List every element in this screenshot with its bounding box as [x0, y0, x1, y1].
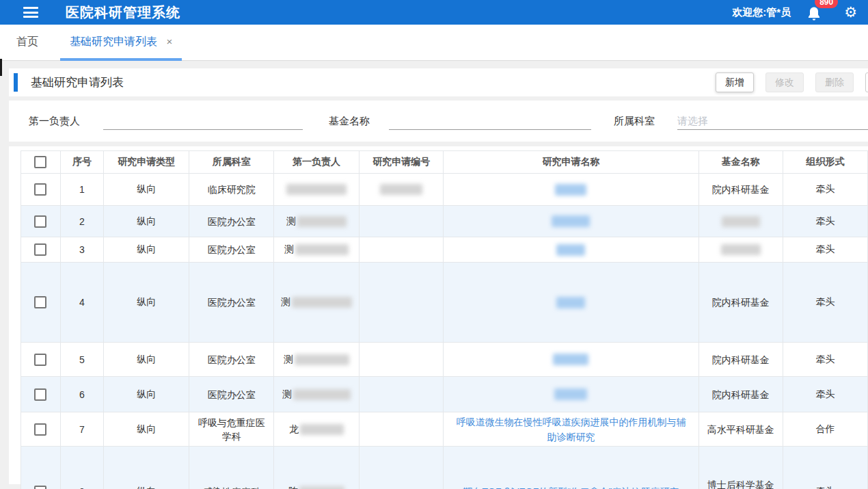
- application-name-link[interactable]: 靶向TGF-β/VEGF的新型“伤口愈合”疗法抗肝癌研究: [453, 484, 688, 489]
- application-code-cell: [359, 377, 443, 412]
- checkbox-cell: [21, 174, 61, 206]
- page-title: 基础研究申请列表: [31, 75, 124, 90]
- application-name-cell: [444, 343, 699, 377]
- person-prefix: 测: [284, 243, 294, 256]
- org-form-cell: 牵头: [783, 377, 867, 412]
- redacted-text: [297, 216, 347, 227]
- application-type-cell: 纵向: [104, 447, 189, 489]
- redacted-name: [444, 244, 698, 256]
- title-accent-bar: [14, 73, 18, 92]
- filter-label-first-person: 第一负责人: [29, 115, 80, 128]
- row-index-cell: 7: [60, 412, 104, 447]
- first-person-cell: 陈: [274, 447, 360, 489]
- close-icon[interactable]: ×: [166, 36, 172, 47]
- col-index: 序号: [60, 151, 104, 174]
- fund-name-cell: [699, 237, 783, 263]
- main-content: 基础研究申请列表 新增 修改 删除 第一负责人 基金名称 所属科室: [0, 68, 868, 484]
- welcome-text: 欢迎您:管*员: [732, 6, 791, 19]
- first-person-cell: 测: [274, 263, 360, 343]
- first-person-cell: 测: [274, 377, 360, 412]
- fund-name-cell: 高水平科研基金: [699, 412, 783, 447]
- row-checkbox[interactable]: [34, 243, 46, 256]
- table-header-row: 序号 研究申请类型 所属科室 第一负责人 研究申请编号 研究申请名称 基金名称 …: [21, 151, 868, 174]
- redacted-name: [444, 297, 698, 308]
- person-prefix: 测: [281, 296, 290, 308]
- redacted-text: [292, 297, 352, 308]
- fund-name-cell: 院内科研基金: [699, 377, 783, 412]
- application-name-link[interactable]: 呼吸道微生物在慢性呼吸道疾病进展中的作用机制与辅助诊断研究: [444, 414, 698, 445]
- app-title: 医院科研管理系统: [66, 3, 180, 22]
- tab-home[interactable]: 首页: [10, 35, 45, 60]
- notifications-button[interactable]: 890: [806, 3, 826, 23]
- application-name-cell: [444, 174, 699, 206]
- person-prefix: 龙: [289, 423, 299, 436]
- first-person-cell: 测: [274, 343, 360, 377]
- redacted-text: [299, 486, 344, 489]
- redacted-text: [556, 244, 585, 256]
- select-all-checkbox[interactable]: [34, 156, 46, 168]
- department-cell: 临床研究院: [189, 174, 274, 206]
- person-prefix: 测: [282, 388, 292, 401]
- tab-label: 基础研究申请列表: [70, 36, 157, 47]
- select-all-cell: [21, 151, 61, 174]
- org-form-cell: 牵头: [783, 263, 867, 343]
- table-row: 3纵向医院办公室测牵头: [21, 237, 868, 263]
- filter-bar: 第一负责人 基金名称 所属科室: [9, 101, 868, 142]
- row-checkbox[interactable]: [34, 215, 46, 228]
- row-checkbox[interactable]: [34, 423, 46, 436]
- department-select[interactable]: [677, 112, 868, 130]
- tab-basic-research-list[interactable]: 基础研究申请列表 ×: [60, 35, 182, 60]
- redacted-text: [722, 216, 760, 227]
- row-checkbox[interactable]: [34, 388, 46, 401]
- col-application-code: 研究申请编号: [359, 151, 443, 174]
- fund-name: 博士后科学基金: [699, 478, 783, 489]
- top-header-bar: 医院科研管理系统 欢迎您:管*员 890 ⚙: [0, 0, 868, 25]
- row-index-cell: 2: [60, 206, 104, 237]
- redacted-name: [444, 354, 698, 365]
- department-cell: 医院办公室: [189, 263, 274, 343]
- fund-name-input[interactable]: [389, 112, 591, 130]
- table-row: 4纵向医院办公室测院内科研基金牵头: [21, 263, 868, 343]
- menu-icon[interactable]: [23, 7, 38, 18]
- application-code-cell: [359, 447, 443, 489]
- checkbox-cell: [21, 412, 61, 447]
- checkbox-cell: [21, 263, 61, 343]
- row-index-cell: 6: [60, 377, 104, 412]
- application-code-cell: [359, 343, 443, 377]
- redacted-person: 测: [274, 243, 359, 256]
- first-person-input[interactable]: [103, 112, 303, 130]
- delete-button[interactable]: 删除: [815, 72, 854, 92]
- redacted-text: [721, 244, 761, 255]
- row-checkbox[interactable]: [34, 296, 46, 308]
- col-first-person: 第一负责人: [274, 151, 360, 174]
- checkbox-cell: [21, 343, 61, 377]
- filter-label-fund-name: 基金名称: [329, 115, 370, 128]
- fund-name-cell: 院内科研基金: [699, 263, 783, 343]
- table-card: 序号 研究申请类型 所属科室 第一负责人 研究申请编号 研究申请名称 基金名称 …: [9, 146, 868, 484]
- table-row: 7纵向呼吸与危重症医学科龙呼吸道微生物在慢性呼吸道疾病进展中的作用机制与辅助诊断…: [21, 412, 868, 447]
- filter-label-department: 所属科室: [614, 115, 655, 128]
- redacted-text: [553, 354, 588, 365]
- redacted-text: [286, 184, 347, 195]
- org-form-cell: 牵头: [783, 343, 867, 377]
- application-name-cell: [444, 263, 699, 343]
- application-code-cell: [359, 174, 443, 206]
- notification-badge: 890: [815, 0, 838, 8]
- first-person-cell: 测: [274, 206, 360, 237]
- application-code-cell: [359, 263, 443, 343]
- gear-icon[interactable]: ⚙: [844, 0, 857, 25]
- application-type-cell: 纵向: [104, 206, 189, 237]
- edit-button[interactable]: 修改: [765, 72, 804, 92]
- table-row: 8纵向感染性疾病科陈靶向TGF-β/VEGF的新型“伤口愈合”疗法抗肝癌研究博士…: [21, 447, 868, 489]
- person-prefix: 测: [286, 215, 296, 228]
- org-form-cell: 合作: [783, 412, 867, 447]
- row-checkbox[interactable]: [34, 183, 46, 196]
- partial-clipped-button[interactable]: [865, 72, 868, 92]
- redacted-text: [552, 215, 590, 227]
- redacted-name: [444, 184, 698, 196]
- applications-table: 序号 研究申请类型 所属科室 第一负责人 研究申请编号 研究申请名称 基金名称 …: [21, 150, 868, 489]
- row-checkbox[interactable]: [34, 354, 46, 366]
- add-button[interactable]: 新增: [716, 72, 754, 92]
- row-checkbox[interactable]: [34, 486, 46, 489]
- checkbox-cell: [21, 237, 61, 263]
